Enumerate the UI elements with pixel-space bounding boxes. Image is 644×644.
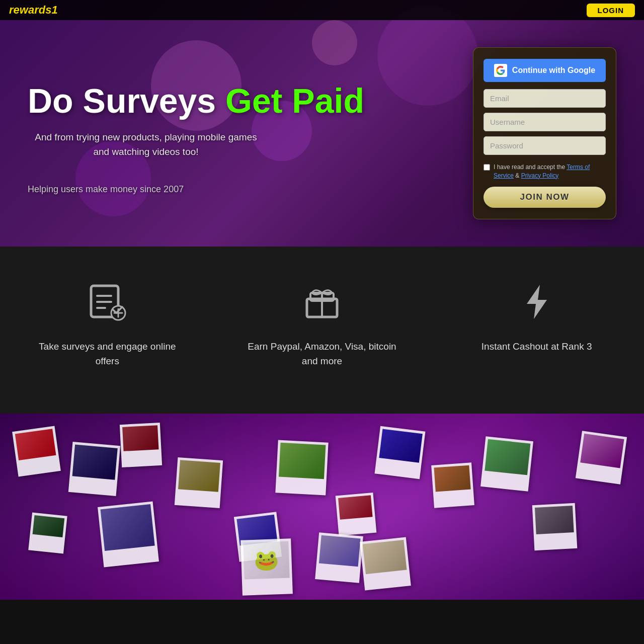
polaroid-3 [120,423,162,467]
survey-icon [87,282,127,328]
feature-cashout: Instant Cashout at Rank 3 [456,282,617,354]
features-section: Take surveys and engage online offers Ea… [0,247,644,414]
google-icon [494,64,507,77]
polaroid-frog: 🐸 [240,538,293,595]
polaroid-8 [275,440,328,495]
feature-surveys: Take surveys and engage online offers [27,282,188,368]
polaroid-1 [12,426,61,477]
polaroid-4 [28,513,67,554]
terms-text: I have read and accept the Terms of Serv… [494,163,606,180]
hero-title-part1: Do Surveys [28,82,225,120]
privacy-policy-link[interactable]: Privacy Policy [521,172,559,179]
feature-earn: Earn Paypal, Amazon, Visa, bitcoin and m… [242,282,403,368]
gift-icon [302,282,342,328]
username-input[interactable] [484,113,606,131]
hero-content: Do Surveys Get Paid And from trying new … [0,52,473,195]
polaroid-9 [336,493,377,536]
signup-card: Continue with Google I have read and acc… [473,47,616,220]
navbar: rewards1 LOGIN [0,0,644,20]
hero-title-green: Get Paid [225,82,364,120]
feature-earn-text: Earn Paypal, Amazon, Visa, bitcoin and m… [242,340,403,368]
google-btn-label: Continue with Google [512,66,595,75]
lightning-icon [517,282,557,328]
join-now-button[interactable]: JOIN NOW [484,187,606,208]
hero-section: Do Surveys Get Paid And from trying new … [0,0,644,247]
svg-marker-10 [527,285,547,319]
hero-subtitle: And from trying new products, playing mo… [28,130,264,159]
terms-checkbox[interactable] [484,164,490,171]
polaroid-13 [532,503,578,550]
polaroid-16 [360,537,411,590]
polaroid-6 [175,457,223,508]
hero-title: Do Surveys Get Paid [28,82,473,120]
feature-surveys-text: Take surveys and engage online offers [27,340,188,368]
photo-wall-section: 🐸 [0,414,644,600]
terms-row: I have read and accept the Terms of Serv… [484,163,606,180]
password-input[interactable] [484,136,606,155]
feature-cashout-text: Instant Cashout at Rank 3 [481,340,592,354]
polaroid-11 [431,462,474,508]
site-logo: rewards1 [9,4,58,17]
polaroid-10 [375,426,426,479]
login-button[interactable]: LOGIN [587,4,635,17]
polaroid-14 [576,431,627,485]
polaroid-5 [98,502,159,568]
hero-since: Helping users make money since 2007 [28,184,473,195]
polaroid-12 [480,436,533,491]
polaroid-15 [315,532,363,583]
google-signin-button[interactable]: Continue with Google [484,59,606,82]
polaroid-2 [68,442,120,496]
email-input[interactable] [484,89,606,108]
